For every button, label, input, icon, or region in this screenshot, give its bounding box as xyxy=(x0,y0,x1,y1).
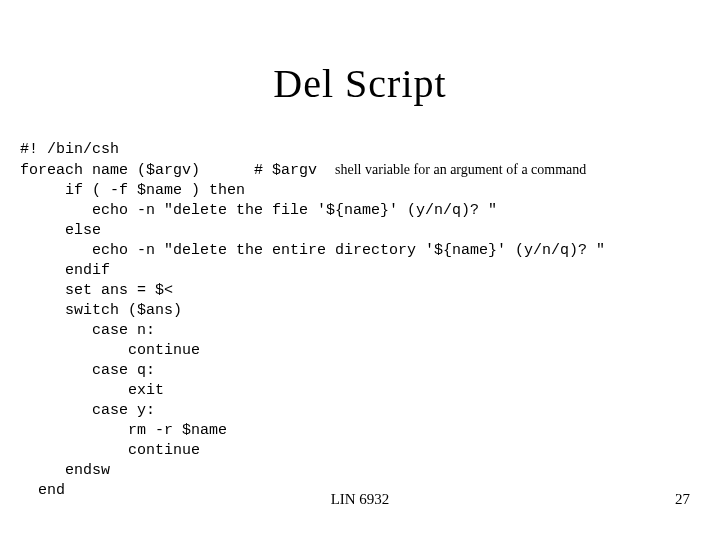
code-line: #! /bin/csh xyxy=(20,141,119,158)
code-line: case n: xyxy=(20,322,155,339)
slide-title: Del Script xyxy=(0,60,720,107)
code-line: case q: xyxy=(20,362,155,379)
code-line: if ( -f $name ) then xyxy=(20,182,245,199)
page-number: 27 xyxy=(675,491,690,508)
code-line: endif xyxy=(20,262,110,279)
code-line: echo -n "delete the entire directory '${… xyxy=(20,242,605,259)
code-line: echo -n "delete the file '${name}' (y/n/… xyxy=(20,202,497,219)
code-line: case y: xyxy=(20,402,155,419)
code-line: else xyxy=(20,222,101,239)
code-line: endsw xyxy=(20,462,110,479)
code-line: set ans = $< xyxy=(20,282,173,299)
code-annotation: shell variable for an argument of a comm… xyxy=(335,162,586,177)
code-line: rm -r $name xyxy=(20,422,227,439)
code-block: #! /bin/csh foreach name ($argv) # $argv… xyxy=(20,140,605,501)
code-line: exit xyxy=(20,382,164,399)
footer-course-code: LIN 6932 xyxy=(0,491,720,508)
slide: Del Script #! /bin/csh foreach name ($ar… xyxy=(0,0,720,540)
code-line: switch ($ans) xyxy=(20,302,182,319)
code-line: continue xyxy=(20,342,200,359)
code-line: foreach name ($argv) # $argv xyxy=(20,162,335,179)
code-line: continue xyxy=(20,442,200,459)
